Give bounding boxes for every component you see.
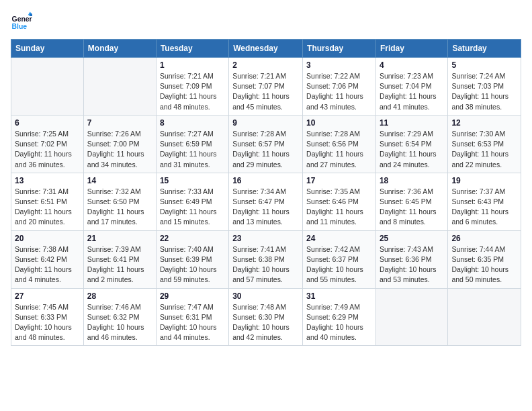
calendar-header-row: SundayMondayTuesdayWednesdayThursdayFrid… — [11, 40, 521, 58]
day-info: Sunrise: 7:23 AMSunset: 7:04 PMDaylight:… — [380, 71, 444, 112]
calendar-cell: 31Sunrise: 7:49 AMSunset: 6:29 PMDayligh… — [303, 288, 376, 346]
day-number: 14 — [87, 176, 152, 185]
calendar-cell: 27Sunrise: 7:45 AMSunset: 6:33 PMDayligh… — [11, 288, 84, 346]
day-number: 23 — [232, 234, 299, 243]
day-info: Sunrise: 7:28 AMSunset: 6:56 PMDaylight:… — [306, 129, 372, 170]
day-info: Sunrise: 7:35 AMSunset: 6:46 PMDaylight:… — [306, 187, 372, 228]
day-number: 27 — [15, 291, 80, 301]
day-info: Sunrise: 7:21 AMSunset: 7:09 PMDaylight:… — [160, 71, 225, 112]
day-info: Sunrise: 7:39 AMSunset: 6:41 PMDaylight:… — [87, 244, 152, 285]
calendar-cell: 18Sunrise: 7:36 AMSunset: 6:45 PMDayligh… — [375, 173, 447, 230]
day-info: Sunrise: 7:21 AMSunset: 7:07 PMDaylight:… — [232, 71, 299, 112]
day-number: 10 — [306, 118, 372, 128]
calendar-cell: 13Sunrise: 7:31 AMSunset: 6:51 PMDayligh… — [11, 173, 84, 230]
calendar-cell: 19Sunrise: 7:37 AMSunset: 6:43 PMDayligh… — [448, 173, 521, 230]
calendar-cell: 4Sunrise: 7:23 AMSunset: 7:04 PMDaylight… — [375, 58, 447, 116]
calendar-cell: 26Sunrise: 7:44 AMSunset: 6:35 PMDayligh… — [448, 230, 521, 288]
calendar-cell: 24Sunrise: 7:42 AMSunset: 6:37 PMDayligh… — [303, 230, 376, 288]
day-info: Sunrise: 7:47 AMSunset: 6:31 PMDaylight:… — [160, 302, 225, 343]
calendar-cell: 29Sunrise: 7:47 AMSunset: 6:31 PMDayligh… — [156, 288, 228, 346]
calendar-cell — [11, 58, 84, 116]
day-info: Sunrise: 7:34 AMSunset: 6:47 PMDaylight:… — [232, 187, 299, 228]
calendar-cell: 15Sunrise: 7:33 AMSunset: 6:49 PMDayligh… — [156, 173, 228, 230]
col-header-sunday: Sunday — [11, 40, 84, 58]
day-number: 26 — [451, 234, 517, 243]
calendar-cell: 8Sunrise: 7:27 AMSunset: 6:59 PMDaylight… — [156, 115, 228, 173]
calendar-table: SundayMondayTuesdayWednesdayThursdayFrid… — [11, 39, 521, 346]
calendar-cell: 30Sunrise: 7:48 AMSunset: 6:30 PMDayligh… — [229, 288, 303, 346]
day-number: 20 — [15, 234, 80, 243]
day-info: Sunrise: 7:40 AMSunset: 6:39 PMDaylight:… — [160, 244, 225, 285]
calendar-week-row: 13Sunrise: 7:31 AMSunset: 6:51 PMDayligh… — [11, 173, 521, 230]
day-number: 18 — [380, 176, 444, 185]
calendar-cell: 1Sunrise: 7:21 AMSunset: 7:09 PMDaylight… — [156, 58, 228, 116]
day-number: 9 — [232, 118, 299, 128]
logo: General Blue — [11, 11, 32, 32]
day-info: Sunrise: 7:48 AMSunset: 6:30 PMDaylight:… — [232, 302, 299, 343]
day-number: 7 — [87, 118, 152, 128]
day-number: 3 — [306, 60, 372, 70]
day-number: 13 — [15, 176, 80, 185]
logo-icon: General Blue — [11, 11, 32, 32]
calendar-cell: 28Sunrise: 7:46 AMSunset: 6:32 PMDayligh… — [83, 288, 156, 346]
day-info: Sunrise: 7:24 AMSunset: 7:03 PMDaylight:… — [451, 71, 517, 112]
day-info: Sunrise: 7:36 AMSunset: 6:45 PMDaylight:… — [380, 187, 444, 228]
day-info: Sunrise: 7:25 AMSunset: 7:02 PMDaylight:… — [15, 129, 80, 170]
calendar-cell: 7Sunrise: 7:26 AMSunset: 7:00 PMDaylight… — [83, 115, 156, 173]
day-number: 25 — [380, 234, 444, 243]
col-header-friday: Friday — [375, 40, 447, 58]
day-number: 6 — [15, 118, 80, 128]
day-number: 8 — [160, 118, 225, 128]
day-info: Sunrise: 7:30 AMSunset: 6:53 PMDaylight:… — [451, 129, 517, 170]
svg-text:General: General — [12, 15, 32, 23]
day-number: 22 — [160, 234, 225, 243]
day-info: Sunrise: 7:43 AMSunset: 6:36 PMDaylight:… — [380, 244, 444, 285]
calendar-cell: 14Sunrise: 7:32 AMSunset: 6:50 PMDayligh… — [83, 173, 156, 230]
day-info: Sunrise: 7:32 AMSunset: 6:50 PMDaylight:… — [87, 187, 152, 228]
day-number: 19 — [451, 176, 517, 185]
calendar-cell: 21Sunrise: 7:39 AMSunset: 6:41 PMDayligh… — [83, 230, 156, 288]
calendar-cell: 23Sunrise: 7:41 AMSunset: 6:38 PMDayligh… — [229, 230, 303, 288]
day-number: 2 — [232, 60, 299, 70]
day-number: 4 — [380, 60, 444, 70]
day-info: Sunrise: 7:22 AMSunset: 7:06 PMDaylight:… — [306, 71, 372, 112]
day-info: Sunrise: 7:33 AMSunset: 6:49 PMDaylight:… — [160, 187, 225, 228]
day-info: Sunrise: 7:45 AMSunset: 6:33 PMDaylight:… — [15, 302, 80, 343]
calendar-week-row: 6Sunrise: 7:25 AMSunset: 7:02 PMDaylight… — [11, 115, 521, 173]
day-number: 17 — [306, 176, 372, 185]
day-info: Sunrise: 7:38 AMSunset: 6:42 PMDaylight:… — [15, 244, 80, 285]
day-info: Sunrise: 7:27 AMSunset: 6:59 PMDaylight:… — [160, 129, 225, 170]
calendar-cell: 12Sunrise: 7:30 AMSunset: 6:53 PMDayligh… — [448, 115, 521, 173]
calendar-cell: 17Sunrise: 7:35 AMSunset: 6:46 PMDayligh… — [303, 173, 376, 230]
calendar-cell — [448, 288, 521, 346]
day-number: 31 — [306, 291, 372, 301]
day-number: 29 — [160, 291, 225, 301]
calendar-cell: 3Sunrise: 7:22 AMSunset: 7:06 PMDaylight… — [303, 58, 376, 116]
calendar-cell — [375, 288, 447, 346]
day-info: Sunrise: 7:42 AMSunset: 6:37 PMDaylight:… — [306, 244, 372, 285]
col-header-wednesday: Wednesday — [229, 40, 303, 58]
day-info: Sunrise: 7:37 AMSunset: 6:43 PMDaylight:… — [451, 187, 517, 228]
calendar-cell: 10Sunrise: 7:28 AMSunset: 6:56 PMDayligh… — [303, 115, 376, 173]
day-info: Sunrise: 7:29 AMSunset: 6:54 PMDaylight:… — [380, 129, 444, 170]
day-number: 28 — [87, 291, 152, 301]
day-info: Sunrise: 7:49 AMSunset: 6:29 PMDaylight:… — [306, 302, 372, 343]
calendar-week-row: 27Sunrise: 7:45 AMSunset: 6:33 PMDayligh… — [11, 288, 521, 346]
day-info: Sunrise: 7:31 AMSunset: 6:51 PMDaylight:… — [15, 187, 80, 228]
day-info: Sunrise: 7:46 AMSunset: 6:32 PMDaylight:… — [87, 302, 152, 343]
calendar-cell: 9Sunrise: 7:28 AMSunset: 6:57 PMDaylight… — [229, 115, 303, 173]
calendar-week-row: 20Sunrise: 7:38 AMSunset: 6:42 PMDayligh… — [11, 230, 521, 288]
svg-text:Blue: Blue — [12, 23, 28, 30]
col-header-saturday: Saturday — [448, 40, 521, 58]
calendar-cell: 6Sunrise: 7:25 AMSunset: 7:02 PMDaylight… — [11, 115, 84, 173]
day-number: 16 — [232, 176, 299, 185]
day-number: 1 — [160, 60, 225, 70]
day-info: Sunrise: 7:44 AMSunset: 6:35 PMDaylight:… — [451, 244, 517, 285]
calendar-cell — [83, 58, 156, 116]
day-number: 11 — [380, 118, 444, 128]
day-number: 15 — [160, 176, 225, 185]
page-header: General Blue — [11, 11, 521, 32]
day-number: 24 — [306, 234, 372, 243]
calendar-week-row: 1Sunrise: 7:21 AMSunset: 7:09 PMDaylight… — [11, 58, 521, 116]
calendar-cell: 20Sunrise: 7:38 AMSunset: 6:42 PMDayligh… — [11, 230, 84, 288]
